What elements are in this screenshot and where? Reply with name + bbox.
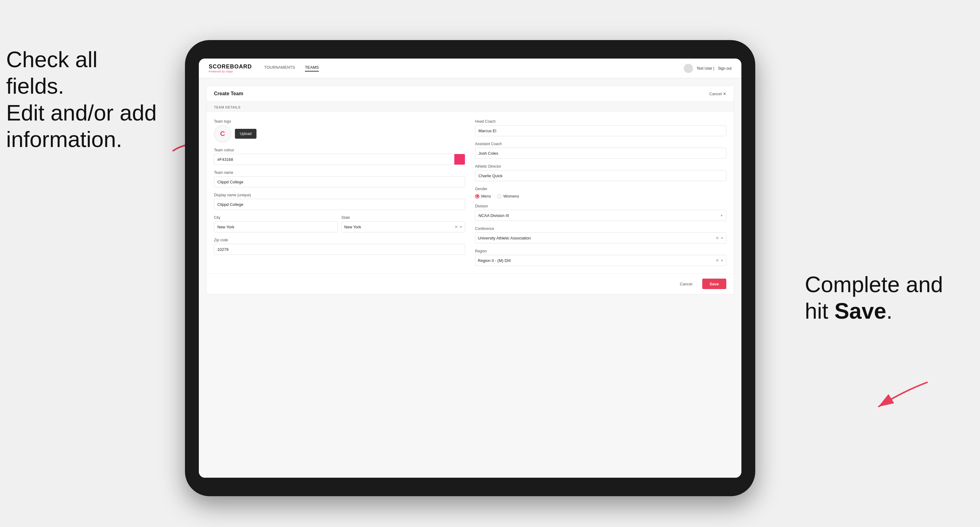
brand-sub: Powered by clippi: [209, 70, 252, 73]
assistant-coach-label: Assistant Coach: [475, 142, 726, 146]
zip-input[interactable]: [214, 244, 465, 255]
brand-title: SCOREBOARD: [209, 63, 252, 70]
state-select[interactable]: New York ✕ ▼: [342, 221, 466, 232]
athletic-director-group: Athletic Director: [475, 164, 726, 181]
footer-save-button[interactable]: Save: [702, 279, 726, 289]
brand: SCOREBOARD Powered by clippi: [209, 63, 252, 73]
color-swatch[interactable]: [454, 154, 465, 165]
tablet-device: SCOREBOARD Powered by clippi TOURNAMENTS…: [185, 40, 755, 496]
navbar-right: Test User | Sign out: [684, 64, 732, 73]
city-label: City: [214, 216, 338, 220]
user-name: Test User |: [697, 66, 714, 71]
gender-label: Gender: [475, 187, 726, 191]
color-input-wrap: [214, 154, 465, 165]
team-name-input[interactable]: [214, 176, 465, 187]
gender-mens-radio[interactable]: [475, 194, 479, 198]
region-clear-icon[interactable]: ✕: [716, 258, 719, 263]
team-logo-group: Team logo C Upload: [214, 119, 465, 142]
zip-group: Zip code: [214, 238, 465, 255]
instruction-right-line1: Complete and: [805, 272, 943, 297]
gender-radio-group: Mens Womens: [475, 193, 726, 198]
division-select[interactable]: NCAA Division III: [475, 210, 726, 221]
division-group: Division NCAA Division III ▼: [475, 204, 726, 221]
head-coach-input[interactable]: [475, 125, 726, 136]
gender-womens-option[interactable]: Womens: [497, 194, 519, 198]
arrow-right: [854, 379, 934, 416]
display-name-label: Display name (unique): [214, 193, 465, 197]
footer-cancel-button[interactable]: Cancel: [674, 279, 698, 289]
region-select[interactable]: Region II - (M) DIII ✕ ▼: [475, 255, 726, 266]
form-body: Team logo C Upload Team colour: [207, 112, 734, 273]
content-area: Create Team Cancel ✕ TEAM DETAILS Team l…: [199, 78, 741, 478]
city-state-row: City State New York ✕ ▼: [214, 216, 465, 232]
conference-label: Conference: [475, 227, 726, 231]
tablet-screen: SCOREBOARD Powered by clippi TOURNAMENTS…: [199, 59, 741, 478]
instruction-left: Check all fields. Edit and/or add inform…: [6, 46, 160, 153]
cancel-x-button[interactable]: Cancel ✕: [710, 92, 726, 96]
team-colour-group: Team colour: [214, 148, 465, 165]
region-group: Region Region II - (M) DIII ✕ ▼: [475, 249, 726, 266]
section-label: TEAM DETAILS: [207, 102, 734, 112]
state-group: State New York ✕ ▼: [342, 216, 466, 232]
instruction-right: Complete and hit Save.: [805, 271, 943, 324]
state-label: State: [342, 216, 466, 220]
zip-label: Zip code: [214, 238, 465, 242]
instruction-line2: Edit and/or add: [6, 100, 157, 125]
navbar: SCOREBOARD Powered by clippi TOURNAMENTS…: [199, 59, 741, 78]
state-value: New York: [344, 225, 455, 229]
assistant-coach-input[interactable]: [475, 148, 726, 159]
athletic-director-input[interactable]: [475, 170, 726, 181]
team-colour-label: Team colour: [214, 148, 465, 152]
gender-group: Gender Mens Womens: [475, 187, 726, 198]
conference-clear-icon[interactable]: ✕: [716, 235, 719, 240]
instruction-line3: information.: [6, 127, 122, 152]
form-panel: Create Team Cancel ✕ TEAM DETAILS Team l…: [206, 86, 734, 294]
form-title: Create Team: [214, 91, 243, 97]
team-name-label: Team name: [214, 170, 465, 175]
form-header: Create Team Cancel ✕: [207, 86, 734, 102]
athletic-director-label: Athletic Director: [475, 164, 726, 168]
form-right: Head Coach Assistant Coach Athletic Dire…: [475, 119, 726, 266]
team-colour-input[interactable]: [214, 154, 454, 165]
head-coach-group: Head Coach: [475, 119, 726, 136]
region-value: Region II - (M) DIII: [478, 258, 716, 263]
logo-area: C Upload: [214, 125, 465, 142]
city-group: City: [214, 216, 338, 232]
region-chevron-icon: ▼: [721, 259, 724, 262]
display-name-input[interactable]: [214, 199, 465, 210]
nav-links: TOURNAMENTS TEAMS: [264, 65, 684, 71]
upload-button[interactable]: Upload: [235, 129, 256, 139]
division-select-wrap: NCAA Division III ▼: [475, 210, 726, 221]
head-coach-label: Head Coach: [475, 119, 726, 124]
conference-group: Conference University Athletic Associati…: [475, 227, 726, 243]
state-clear-icon[interactable]: ✕: [454, 224, 458, 229]
form-left: Team logo C Upload Team colour: [214, 119, 465, 266]
team-name-group: Team name: [214, 170, 465, 187]
nav-teams[interactable]: TEAMS: [305, 65, 319, 71]
instruction-right-line2: hit Save.: [805, 298, 892, 323]
state-chevron-icon: ▼: [459, 225, 462, 229]
user-avatar: [684, 64, 693, 73]
conference-value: University Athletic Association: [478, 236, 716, 240]
sign-out-link[interactable]: Sign out: [718, 66, 732, 71]
division-label: Division: [475, 204, 726, 208]
assistant-coach-group: Assistant Coach: [475, 142, 726, 159]
city-input[interactable]: [214, 221, 338, 232]
conference-select[interactable]: University Athletic Association ✕ ▼: [475, 232, 726, 243]
form-footer: Cancel Save: [207, 273, 734, 294]
conference-chevron-icon: ▼: [721, 237, 724, 240]
nav-tournaments[interactable]: TOURNAMENTS: [264, 65, 295, 71]
instruction-line1: Check all fields.: [6, 47, 97, 98]
gender-womens-radio[interactable]: [497, 194, 501, 198]
region-label: Region: [475, 249, 726, 253]
team-logo-label: Team logo: [214, 119, 465, 124]
display-name-group: Display name (unique): [214, 193, 465, 210]
logo-circle: C: [214, 125, 231, 142]
gender-mens-option[interactable]: Mens: [475, 194, 491, 198]
